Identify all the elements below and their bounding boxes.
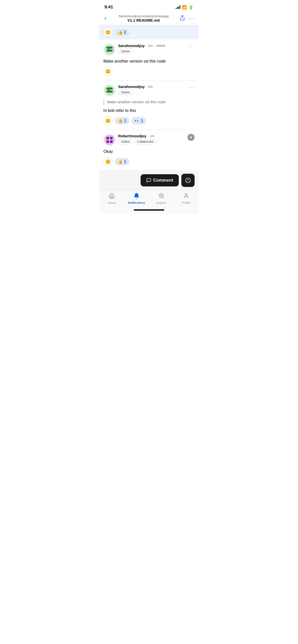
repo-path: Sarahmoodjoy/moodjoyhomepage bbox=[107, 14, 180, 18]
svg-rect-12 bbox=[106, 140, 109, 143]
comment-3-menu[interactable] bbox=[187, 134, 195, 141]
comment-button-label: Comment bbox=[153, 178, 173, 183]
comment-1-body: Make another version od this code bbox=[103, 58, 195, 64]
svg-rect-13 bbox=[110, 140, 113, 143]
emoji-picker-comment-2[interactable]: 🙂 bbox=[103, 116, 113, 125]
status-bar: 9:41 📶 🔋 bbox=[99, 0, 199, 12]
home-icon bbox=[109, 193, 115, 200]
thumbsup-reaction[interactable]: 👍 2 bbox=[115, 29, 129, 36]
svg-rect-10 bbox=[106, 137, 109, 139]
comment-2-badges: Owner bbox=[118, 90, 187, 95]
comment-button[interactable]: Comment bbox=[141, 174, 179, 186]
thumbsup-reaction-2[interactable]: 👍 1 bbox=[115, 117, 129, 124]
comment-1-author-row: Sarahmoodjoy · 2m · edited bbox=[118, 43, 187, 48]
eyes-reaction-2[interactable]: 👀 1 bbox=[131, 117, 146, 124]
tab-notifications-label: Notifications bbox=[128, 201, 145, 204]
thumbsup-emoji-2: 👍 bbox=[118, 118, 123, 123]
action-bar: Comment bbox=[99, 171, 199, 190]
comment-3-meta: Robertmoodjoy · 1m Author Collaborator bbox=[118, 134, 185, 144]
thumbsup-count-3: 1 bbox=[124, 159, 126, 164]
info-button[interactable] bbox=[181, 174, 195, 187]
avatar-sarah-2 bbox=[103, 84, 116, 97]
comment-3-header: Robertmoodjoy · 1m Author Collaborator bbox=[103, 134, 195, 146]
comment-2-header: Sarahmoodjoy · 2m Owner ··· bbox=[103, 84, 195, 97]
comment-1-reactions: 🙂 bbox=[103, 67, 195, 76]
comment-2: Sarahmoodjoy · 2m Owner ··· Make another… bbox=[99, 80, 199, 130]
svg-line-18 bbox=[162, 197, 164, 198]
emoji-picker-comment-1[interactable]: 🙂 bbox=[103, 67, 113, 76]
more-options-button[interactable]: ··· bbox=[189, 16, 195, 21]
svg-point-21 bbox=[185, 194, 187, 196]
badge-author: Author bbox=[118, 139, 133, 144]
comment-2-menu[interactable]: ··· bbox=[189, 84, 195, 90]
avatar-robert bbox=[103, 134, 116, 146]
battery-icon: 🔋 bbox=[188, 5, 194, 10]
profile-icon bbox=[183, 193, 189, 200]
emoji-picker-comment-3[interactable]: 🙂 bbox=[103, 157, 113, 166]
home-indicator bbox=[134, 209, 164, 211]
comment-2-meta: Sarahmoodjoy · 2m Owner bbox=[118, 84, 187, 95]
nav-actions: ··· bbox=[180, 15, 195, 22]
comment-2-reactions: 🙂 👍 1 👀 1 bbox=[103, 116, 195, 125]
avatar-sarah-1 bbox=[103, 43, 116, 56]
tab-profile-label: Profile bbox=[182, 201, 190, 204]
tab-bar: Home Notifications Explore bbox=[99, 190, 199, 209]
thumbsup-count-2: 1 bbox=[124, 119, 126, 123]
comment-1-time: · 2m · bbox=[146, 44, 155, 48]
comment-1-edited: edited bbox=[156, 44, 165, 48]
nav-title: Sarahmoodjoy/moodjoyhomepage V1.1 README… bbox=[107, 14, 180, 22]
comment-3-time: · 1m bbox=[148, 134, 154, 138]
comment-3-body: Okay bbox=[103, 149, 195, 155]
svg-rect-8 bbox=[108, 89, 110, 93]
share-button[interactable] bbox=[180, 15, 185, 22]
file-name: V1.1 README.md bbox=[107, 18, 180, 22]
badge-owner-2: Owner bbox=[118, 90, 133, 95]
comment-1-author: Sarahmoodjoy bbox=[118, 43, 145, 48]
tab-explore-label: Explore bbox=[157, 201, 166, 204]
reactions-bar: 🙂 👍 2 bbox=[99, 25, 199, 39]
comment-3-author-row: Robertmoodjoy · 1m bbox=[118, 134, 185, 138]
svg-rect-9 bbox=[104, 135, 115, 145]
signal-bars-icon bbox=[176, 5, 180, 9]
tab-profile[interactable]: Profile bbox=[174, 193, 199, 204]
tab-notifications[interactable]: Notifications bbox=[124, 193, 149, 204]
thumbsup-emoji-3: 👍 bbox=[118, 159, 123, 164]
info-icon bbox=[185, 178, 191, 183]
svg-rect-11 bbox=[110, 137, 113, 139]
explore-icon bbox=[158, 193, 165, 200]
thumbsup-emoji: 👍 bbox=[118, 30, 123, 35]
comment-1-menu[interactable]: ··· bbox=[189, 43, 195, 49]
thumbsup-count: 2 bbox=[124, 30, 126, 35]
comment-icon bbox=[146, 178, 151, 183]
svg-rect-4 bbox=[108, 48, 110, 52]
thumbsup-reaction-3[interactable]: 👍 1 bbox=[115, 158, 129, 165]
comment-3-reactions: 🙂 👍 1 bbox=[103, 157, 195, 166]
emoji-picker-button[interactable]: 🙂 bbox=[103, 28, 113, 37]
comment-3: Robertmoodjoy · 1m Author Collaborator O… bbox=[99, 130, 199, 171]
wifi-icon: 📶 bbox=[182, 5, 187, 10]
comment-1-header: Sarahmoodjoy · 2m · edited Owner ··· bbox=[103, 43, 195, 56]
tab-home[interactable]: Home bbox=[99, 193, 124, 204]
tab-explore[interactable]: Explore bbox=[149, 193, 174, 204]
comment-1: Sarahmoodjoy · 2m · edited Owner ··· Mak… bbox=[99, 39, 199, 80]
comment-1-meta: Sarahmoodjoy · 2m · edited Owner bbox=[118, 43, 187, 54]
status-icons: 📶 🔋 bbox=[176, 5, 194, 10]
badge-collaborator: Collaborator bbox=[134, 139, 156, 144]
nav-bar: ‹ Sarahmoodjoy/moodjoyhomepage V1.1 READ… bbox=[99, 12, 199, 25]
back-button[interactable]: ‹ bbox=[103, 14, 107, 23]
comment-2-time: · 2m bbox=[146, 85, 153, 89]
notifications-icon bbox=[133, 193, 140, 200]
comment-1-badges: Owner bbox=[118, 49, 187, 54]
tab-home-label: Home bbox=[108, 201, 115, 204]
comment-3-author: Robertmoodjoy bbox=[118, 134, 146, 138]
comment-3-badges: Author Collaborator bbox=[118, 139, 185, 144]
comment-2-body: hi bob refer to this bbox=[103, 108, 195, 114]
eyes-count-2: 1 bbox=[141, 119, 143, 123]
badge-owner-1: Owner bbox=[118, 49, 133, 54]
comment-2-quote: Make another version od this code bbox=[103, 99, 195, 105]
status-time: 9:41 bbox=[104, 5, 113, 10]
comment-2-author-row: Sarahmoodjoy · 2m bbox=[118, 84, 187, 89]
comment-2-author: Sarahmoodjoy bbox=[118, 84, 145, 89]
eyes-emoji-2: 👀 bbox=[134, 118, 140, 123]
